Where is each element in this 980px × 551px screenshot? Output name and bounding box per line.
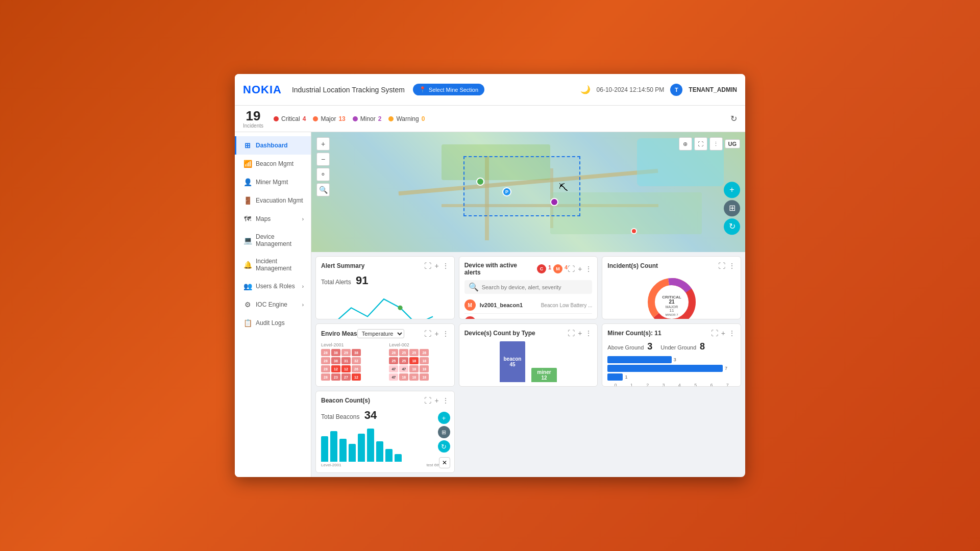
device-search-bar[interactable]: 🔍 xyxy=(464,280,593,294)
expand-icon-5[interactable]: ⛶ xyxy=(568,329,575,337)
map-float-layers[interactable]: ⊞ xyxy=(724,200,740,216)
heatmap-levels: Level-2001 28 38 29 38 28 38 31 xyxy=(321,342,449,381)
beacon-count-title: Beacon Count(s) xyxy=(321,397,370,404)
sidebar-item-label-ioc: IOC Engine xyxy=(256,301,287,308)
plus-icon-3[interactable]: + xyxy=(434,330,438,338)
plus-icon-6[interactable]: + xyxy=(434,396,438,405)
map-float-buttons: + ⊞ ↻ xyxy=(724,182,740,235)
app-title: Industrial Location Tracking System xyxy=(292,86,405,94)
beacon-close-btn[interactable]: ✕ xyxy=(439,457,450,468)
sidebar-item-label-miner: Miner Mgmt xyxy=(256,179,288,186)
heatmap-cell: 18 xyxy=(409,365,419,372)
miner-count-panel: Miner Count(s): 11 ⛶ + ⋮ Above Ground 3 … xyxy=(602,323,741,387)
search-map-button[interactable]: 🔍 xyxy=(316,183,330,196)
app-header: NOKIA Industrial Location Tracking Syste… xyxy=(235,74,745,106)
sidebar-item-maps[interactable]: 🗺 Maps › xyxy=(235,210,311,228)
heatmap-cell: 28 xyxy=(321,365,330,372)
miner-bar-row-3: 1 xyxy=(607,373,736,381)
plus-icon[interactable]: + xyxy=(434,262,438,270)
refresh-icon[interactable]: ↻ xyxy=(730,114,737,123)
plus-icon-5[interactable]: + xyxy=(721,329,725,337)
header-right: 🌙 06-10-2024 12:14:50 PM T TENANT_ADMIN xyxy=(580,84,737,96)
more-icon[interactable]: ⋮ xyxy=(442,262,449,270)
minor-dot xyxy=(353,116,358,121)
device-bar-chart: beacon 45 miner 12 xyxy=(464,341,593,384)
plus-icon-4[interactable]: + xyxy=(578,329,582,337)
beacon-bar-9 xyxy=(395,454,402,462)
donut-chart-container: CRITICAL 21 MAJOR 11 MINOR 7 xyxy=(607,274,736,319)
heatmap-cell: 18 xyxy=(409,357,419,364)
critical-dot xyxy=(274,116,279,121)
heatmap-cell: 31 xyxy=(341,357,351,364)
sidebar-item-evacuation[interactable]: 🚪 Evacuation Mgmt xyxy=(235,191,311,210)
device-alerts-panel: Device with active alerts C 1 M 4 ⛶ + ⋮ xyxy=(459,256,598,319)
heatmap-cell: 18 xyxy=(420,373,429,381)
more-icon-2[interactable]: ⋮ xyxy=(585,265,592,273)
map-more-icon[interactable]: ⋮ xyxy=(709,137,723,151)
beacon-add-btn[interactable]: + xyxy=(438,412,450,424)
heatmap-cell: 12 xyxy=(331,365,340,372)
beacon-refresh-btn[interactable]: ↻ xyxy=(438,440,450,453)
temperature-dropdown[interactable]: Temperature xyxy=(357,329,404,338)
sidebar-item-label-maps: Maps xyxy=(256,215,271,222)
zoom-in-button[interactable]: + xyxy=(316,137,330,151)
major-badge: Major 13 xyxy=(313,115,345,122)
location-icon: 📍 xyxy=(419,86,426,93)
heatmap-cell: 47 xyxy=(389,373,398,381)
more-icon-4[interactable]: ⋮ xyxy=(442,330,449,338)
alert-summary-panel: Alert Summary ⛶ + ⋮ Total Alerts 91 xyxy=(315,256,455,319)
heatmap-row-8: 47 18 18 18 xyxy=(389,373,449,381)
device-avatar-2: C xyxy=(464,316,476,319)
sidebar-item-ioc-engine[interactable]: ⚙ IOC Engine › xyxy=(235,295,311,314)
expand-icon-7[interactable]: ⛶ xyxy=(424,396,431,405)
sidebar-item-audit-logs[interactable]: 📋 Audit Logs xyxy=(235,314,311,332)
miner-bar-x-labels: 0 1 2 3 4 5 6 7 xyxy=(607,383,736,387)
device-row-1: M lv2001_beacon1 Beacon Low Battery ... xyxy=(464,297,593,314)
map-float-add[interactable]: + xyxy=(724,182,740,198)
miner-count-header: Miner Count(s): 11 ⛶ + ⋮ xyxy=(607,329,736,337)
more-icon-6[interactable]: ⋮ xyxy=(728,329,736,337)
incidents-label: Incidents xyxy=(243,123,263,129)
expand-icon-2[interactable]: ⛶ xyxy=(568,265,575,273)
heatmap-cell: 47 xyxy=(389,365,398,372)
map-expand-icon[interactable]: ⊕ xyxy=(679,137,692,151)
beacon-count-actions: ⛶ + ⋮ xyxy=(424,396,449,405)
expand-icon-6[interactable]: ⛶ xyxy=(711,329,718,337)
sidebar-item-dashboard[interactable]: ⊞ Dashboard xyxy=(235,136,311,155)
enviro-header: Enviro Meas Temperature ⛶ + ⋮ xyxy=(321,329,449,338)
heatmap-cell: 28 xyxy=(420,349,429,356)
beacon-bar-2 xyxy=(330,431,337,462)
more-icon-7[interactable]: ⋮ xyxy=(442,396,449,405)
sidebar-item-label-audit: Audit Logs xyxy=(256,319,285,327)
expand-icon-4[interactable]: ⛶ xyxy=(424,330,431,338)
chart-dot xyxy=(398,306,402,310)
device-search-input[interactable] xyxy=(482,284,589,290)
miner-bar-count: 12 xyxy=(541,375,547,381)
critical-alert-badge: C xyxy=(537,264,546,273)
incident-count-header: Incident(s) Count ⛶ ⋮ xyxy=(607,262,736,270)
filter-button[interactable]: ⚬ xyxy=(316,168,330,181)
map-fullscreen-icon[interactable]: ⛶ xyxy=(694,137,707,151)
zoom-out-button[interactable]: − xyxy=(316,153,330,166)
select-mine-button[interactable]: 📍 Select Mine Section xyxy=(413,84,484,95)
map-float-refresh[interactable]: ↻ xyxy=(724,218,740,235)
sidebar-item-device-management[interactable]: 💻 Device Management xyxy=(235,228,311,253)
sidebar-item-beacon-mgmt[interactable]: 📶 Beacon Mgmt xyxy=(235,155,311,173)
device-name-2: Alexandra xyxy=(480,319,555,319)
expand-icon-3[interactable]: ⛶ xyxy=(718,262,725,270)
heatmap-cell: 25 xyxy=(399,349,408,356)
more-icon-3[interactable]: ⋮ xyxy=(728,262,736,270)
more-icon-5[interactable]: ⋮ xyxy=(585,329,592,337)
beacon-bar-label: beacon xyxy=(503,356,521,362)
heatmap-row-4: 28 23 27 12 xyxy=(321,373,381,381)
expand-icon[interactable]: ⛶ xyxy=(424,262,431,270)
sidebar-item-users-roles[interactable]: 👥 Users & Roles › xyxy=(235,277,311,295)
sidebar-item-incident-management[interactable]: 🔔 Incident Management xyxy=(235,253,311,277)
miner-bar-item: miner 12 xyxy=(531,368,557,382)
plus-icon-2[interactable]: + xyxy=(578,265,582,273)
sidebar-item-miner-mgmt[interactable]: 👤 Miner Mgmt xyxy=(235,173,311,191)
beacon-bar-labels: Level-2001 test 6th floor xyxy=(321,463,449,467)
heatmap-cell: 38 xyxy=(331,349,340,356)
device-alerts-title: Device with active alerts xyxy=(464,262,533,276)
beacon-layers-btn[interactable]: ⊞ xyxy=(438,426,450,438)
